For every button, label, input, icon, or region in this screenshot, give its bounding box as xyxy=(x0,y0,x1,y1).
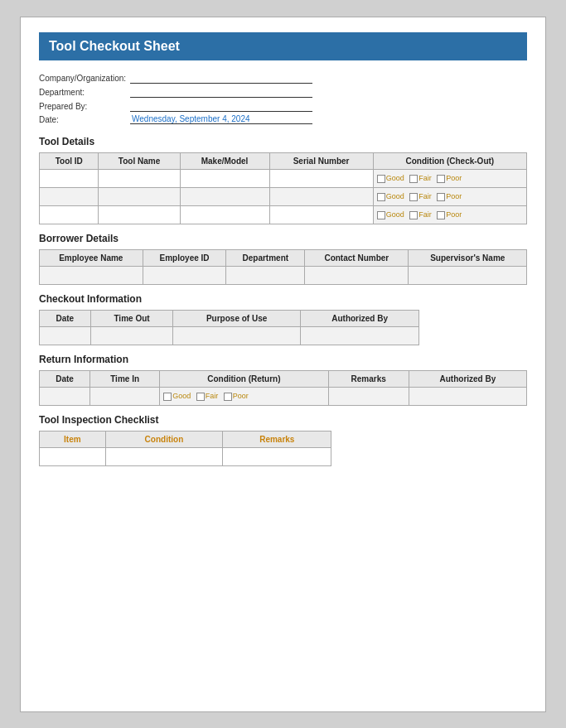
fair-return-checkbox[interactable] xyxy=(196,393,205,401)
return-date-cell[interactable] xyxy=(40,388,90,406)
make-model-cell[interactable] xyxy=(180,188,269,206)
tool-details-title: Tool Details xyxy=(39,136,527,147)
time-in-cell[interactable] xyxy=(90,388,160,406)
employee-name-cell[interactable] xyxy=(40,267,143,285)
good-checkbox[interactable] xyxy=(377,193,385,201)
return-authorized-cell[interactable] xyxy=(409,388,526,406)
return-info-table: Date Time In Condition (Return) Remarks … xyxy=(39,370,527,406)
fair-checkbox[interactable] xyxy=(409,175,418,183)
tool-id-cell[interactable] xyxy=(40,188,99,206)
th-tool-name: Tool Name xyxy=(99,153,180,170)
th-purpose: Purpose of Use xyxy=(173,311,300,327)
th-return-authorized-by: Authorized By xyxy=(409,371,526,388)
serial-number-cell[interactable] xyxy=(269,170,373,188)
remarks-cell[interactable] xyxy=(328,388,409,406)
employee-id-cell[interactable] xyxy=(143,267,226,285)
inspection-checklist-table: Item Condition Remarks xyxy=(39,431,331,466)
page-title: Tool Checkout Sheet xyxy=(39,32,527,60)
th-remarks: Remarks xyxy=(328,371,409,388)
th-employee-id: Employee ID xyxy=(143,250,226,267)
department-row: Department: xyxy=(39,86,527,98)
condition-cell[interactable]: Good Fair Poor xyxy=(373,188,526,206)
tool-id-cell[interactable] xyxy=(40,170,99,188)
department-input[interactable] xyxy=(130,86,312,98)
poor-checkbox[interactable] xyxy=(437,193,445,201)
return-header-row: Date Time In Condition (Return) Remarks … xyxy=(40,371,527,388)
serial-number-cell[interactable] xyxy=(269,188,373,206)
form-section: Company/Organization: Department: Prepar… xyxy=(39,72,527,124)
make-model-cell[interactable] xyxy=(180,170,269,188)
fair-checkbox[interactable] xyxy=(409,193,418,201)
tool-id-cell[interactable] xyxy=(40,206,99,224)
prepared-by-row: Prepared By: xyxy=(39,100,527,112)
item-cell[interactable] xyxy=(40,448,106,466)
good-checkbox[interactable] xyxy=(377,175,385,183)
serial-number-cell[interactable] xyxy=(269,206,373,224)
borrower-details-title: Borrower Details xyxy=(39,233,527,244)
purpose-cell[interactable] xyxy=(173,327,300,345)
th-time-in: Time In xyxy=(90,371,160,388)
borrower-header-row: Employee Name Employee ID Department Con… xyxy=(40,250,527,267)
contact-cell[interactable] xyxy=(305,267,409,285)
th-return-date: Date xyxy=(40,371,90,388)
table-row xyxy=(40,327,419,345)
date-row: Date: Wednesday, September 4, 2024 xyxy=(39,114,527,124)
good-return-checkbox[interactable] xyxy=(163,393,172,401)
poor-return-checkbox[interactable] xyxy=(224,393,232,401)
th-authorized-by: Authorized By xyxy=(300,311,419,327)
th-employee-name: Employee Name xyxy=(40,250,143,267)
checkout-info-title: Checkout Information xyxy=(39,293,527,305)
company-label: Company/Organization: xyxy=(39,74,130,83)
inspection-header-row: Item Condition Remarks xyxy=(40,431,331,448)
fair-checkbox[interactable] xyxy=(409,211,418,219)
department-label: Department: xyxy=(39,88,130,97)
th-item: Item xyxy=(40,431,106,448)
tool-name-cell[interactable] xyxy=(99,206,180,224)
table-row xyxy=(40,448,331,466)
borrower-details-table: Employee Name Employee ID Department Con… xyxy=(39,249,527,285)
good-checkbox[interactable] xyxy=(377,211,385,219)
time-out-cell[interactable] xyxy=(90,327,173,345)
th-department: Department xyxy=(226,250,305,267)
condition-cell[interactable] xyxy=(105,448,223,466)
authorized-by-cell[interactable] xyxy=(300,327,419,345)
checkout-info-table: Date Time Out Purpose of Use Authorized … xyxy=(39,310,419,345)
condition-cell[interactable]: Good Fair Poor xyxy=(373,206,526,224)
inspection-remarks-cell[interactable] xyxy=(223,448,331,466)
th-date: Date xyxy=(40,311,91,327)
return-condition-cell[interactable]: Good Fair Poor xyxy=(160,388,328,406)
th-contact-number: Contact Number xyxy=(305,250,409,267)
date-label: Date: xyxy=(39,115,130,124)
checkout-date-cell[interactable] xyxy=(40,327,91,345)
table-row: Good Fair Poor xyxy=(40,188,527,206)
th-time-out: Time Out xyxy=(90,311,173,327)
make-model-cell[interactable] xyxy=(180,206,269,224)
inspection-checklist-title: Tool Inspection Checklist xyxy=(39,414,527,426)
supervisor-cell[interactable] xyxy=(409,267,527,285)
tool-details-table: Tool ID Tool Name Make/Model Serial Numb… xyxy=(39,152,527,224)
table-row: Good Fair Poor xyxy=(40,170,527,188)
th-make-model: Make/Model xyxy=(180,153,269,170)
tool-details-header-row: Tool ID Tool Name Make/Model Serial Numb… xyxy=(40,153,527,170)
dept-cell[interactable] xyxy=(226,267,305,285)
th-condition-checkout: Condition (Check-Out) xyxy=(373,153,526,170)
th-condition-return: Condition (Return) xyxy=(160,371,328,388)
poor-checkbox[interactable] xyxy=(437,175,445,183)
checkout-header-row: Date Time Out Purpose of Use Authorized … xyxy=(40,311,419,327)
prepared-by-input[interactable] xyxy=(130,100,312,112)
condition-cell[interactable]: Good Fair Poor xyxy=(373,170,526,188)
company-row: Company/Organization: xyxy=(39,72,527,84)
prepared-by-label: Prepared By: xyxy=(39,102,130,111)
return-info-title: Return Information xyxy=(39,354,527,365)
th-tool-id: Tool ID xyxy=(40,153,99,170)
th-serial-number: Serial Number xyxy=(269,153,373,170)
table-row: Good Fair Poor xyxy=(40,206,527,224)
tool-name-cell[interactable] xyxy=(99,170,180,188)
table-row: Good Fair Poor xyxy=(40,388,527,406)
th-supervisor-name: Supervisor's Name xyxy=(409,250,527,267)
th-condition: Condition xyxy=(105,431,223,448)
poor-checkbox[interactable] xyxy=(437,211,445,219)
company-input[interactable] xyxy=(130,72,312,84)
table-row xyxy=(40,267,527,285)
tool-name-cell[interactable] xyxy=(99,188,180,206)
